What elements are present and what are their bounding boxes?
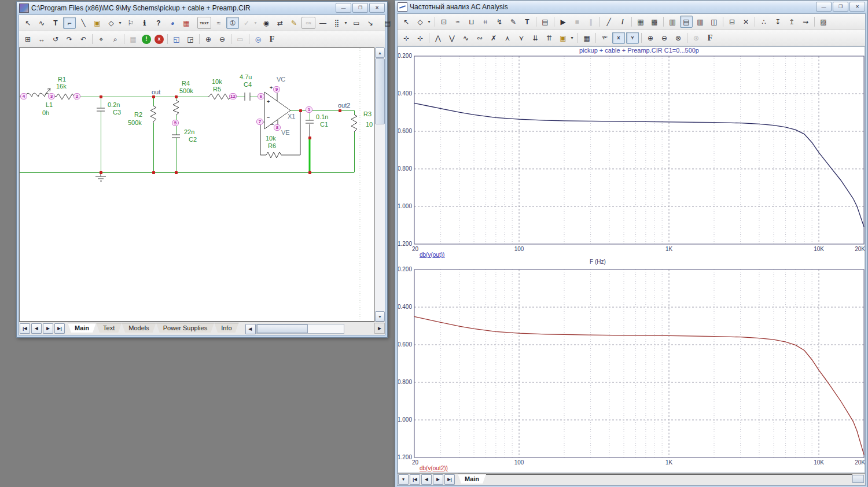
tab-main[interactable]: Main [68,323,96,333]
data-points-icon[interactable]: ∴ [757,16,770,28]
stripes-columns-icon[interactable]: ◫ [708,16,720,28]
schematic-window-titlebar[interactable]: C:\Program Files (x86)\MC 9\My Schems\pi… [17,2,387,14]
stripes-horizontal-icon[interactable]: ▤ [680,16,693,28]
text-display-toggle[interactable]: TEXT [197,17,211,29]
check-errors-icon[interactable]: ! [142,35,151,44]
maximize-button[interactable]: ❐ [352,3,368,13]
global-high-icon[interactable]: ⋏ [501,32,514,44]
scroll-right-button[interactable]: ▶ [375,324,384,333]
measure-vertical-icon[interactable]: ⌗ [479,16,492,28]
waveform-buffer-dropdown-icon[interactable]: ▾ [569,32,575,44]
close-button[interactable]: ✕ [849,2,865,12]
region-color-icon[interactable]: ▦ [180,17,193,29]
horizontal-scrollbar-thumb[interactable] [852,475,864,483]
p-key-icon[interactable]: 'P' [598,32,611,44]
last-page-button[interactable]: ▶| [54,323,65,334]
slider-display-icon[interactable]: ✎ [288,17,300,29]
grid-2x2-icon[interactable]: ▦ [634,16,647,28]
global-low-icon[interactable]: ⋎ [515,32,528,44]
box-select-icon[interactable]: ⊞ [21,33,34,45]
remove-object-icon[interactable]: ✕ [740,16,752,28]
next-page-button[interactable]: ▶ [43,323,53,334]
f-key-icon[interactable]: F [266,33,278,45]
cursor-x-icon[interactable]: X [612,32,625,44]
diagonal-wire-tool-icon[interactable]: ╲ [77,17,90,29]
last-page-button[interactable]: ▶| [444,474,455,485]
zoom-out-icon[interactable]: ⊖ [658,32,671,44]
properties-icon[interactable]: ▤ [539,16,551,28]
maximize-button[interactable]: ❐ [833,2,848,12]
help-mode-icon[interactable]: ? [152,17,165,29]
tab-models[interactable]: Models [122,323,156,333]
scroll-up-button[interactable]: ▲ [375,47,385,58]
horizontal-scrollbar[interactable]: ◀ [245,323,344,335]
numeric-output-icon[interactable]: ▦ [580,32,593,44]
close-button[interactable]: ✕ [369,3,385,13]
cross-hair-cursor-icon[interactable]: ↘ [364,17,377,29]
shape-tool-dropdown-icon[interactable]: ▾ [426,16,432,28]
node-number-display-icon[interactable]: ① [226,17,239,29]
prev-page-button[interactable]: ◀ [421,474,432,485]
tangent-line-icon[interactable]: ╱ [602,16,615,28]
split-horizontal-icon[interactable]: ⊟ [726,16,738,28]
waveform-buffer-icon[interactable]: ▣ [557,32,569,44]
cursor-mode-icon[interactable]: ≈ [451,16,464,28]
color-pattern-icon[interactable]: ▨ [817,16,830,28]
tab-info[interactable]: Info [214,323,238,333]
tab-text[interactable]: Text [96,323,122,333]
zoom-in-icon[interactable]: ⊕ [202,33,215,45]
shape-tool-icon[interactable]: ◇ [105,17,117,29]
waveform-legend[interactable]: db(v(out)) [420,252,444,258]
vertical-cursor-icon[interactable]: ⊹ [414,32,426,44]
rise-to-top-icon[interactable]: ↥ [785,16,798,28]
zoom-window-icon[interactable]: ⊗ [672,32,685,44]
vertical-scrollbar-thumb[interactable] [375,58,385,124]
run-icon[interactable]: ▶ [557,16,569,28]
wire-mode-icon[interactable]: ∿ [35,17,48,29]
text-tool-icon[interactable]: T [49,17,62,29]
schematic-canvas[interactable]: R116kL10h0.2nC3outR2500kR4500k22nC210kR5… [19,47,374,322]
bottom-cursor-icon[interactable]: ⇊ [529,32,542,44]
shape-tool-icon[interactable]: ◇ [414,16,426,28]
stripes-dense-icon[interactable]: ▥ [694,16,707,28]
zoom-in-icon[interactable]: ⊕ [644,32,657,44]
copy-front-window-icon[interactable]: ◱ [170,33,183,45]
select-tool-icon[interactable]: ↖ [21,17,34,29]
border-display-icon[interactable]: ▭ [350,17,363,29]
move-icon[interactable]: ↔ [35,33,48,45]
analysis-window-titlebar[interactable]: Частотный анализ AC Analysis —❐✕ [395,1,867,13]
minimize-button[interactable]: — [816,2,832,12]
cursor-y-icon[interactable]: Y [626,32,639,44]
web-info-icon[interactable]: ◕ [166,17,179,29]
scroll-down-button[interactable]: ▼ [375,311,385,322]
tab-main[interactable]: Main [458,474,486,484]
select-tool-icon[interactable]: ↖ [400,16,413,28]
clear-errors-icon[interactable]: x [155,35,164,44]
tab-power-supplies[interactable]: Power Supplies [156,323,214,333]
next-high-icon[interactable]: ∿ [459,32,472,44]
attributes-dialog-icon[interactable]: ▤ [381,17,394,29]
flag-tool-icon[interactable]: ⚐ [124,17,137,29]
measure-horizontal-icon[interactable]: ⊔ [465,16,478,28]
slope-icon[interactable]: ⇝ [799,16,812,28]
next-valley-icon[interactable]: ⋁ [446,32,458,44]
plot-region[interactable]: -0.200-0.400-0.600-0.800-1.000-1.2002010… [398,46,865,473]
flip-vertical-icon[interactable]: ↶ [77,33,90,45]
waveform-legend[interactable]: db(v(out2)) [420,465,448,471]
prev-page-button[interactable]: ◀ [31,323,42,334]
wire-display-icon[interactable]: — [317,17,329,29]
first-page-button[interactable]: |◀ [20,323,30,334]
page-dropdown-button[interactable]: ▾ [398,474,409,485]
minimize-button[interactable]: — [336,3,351,13]
next-page-button[interactable]: ▶ [433,474,443,485]
f-key-icon[interactable]: F [704,32,716,44]
pin-connection-display-icon[interactable]: ⇄ [274,17,286,29]
text-tool-icon[interactable]: T [521,16,534,28]
grid-display-icon[interactable]: ⣿ [330,17,343,29]
drop-to-bottom-icon[interactable]: ↧ [771,16,784,28]
next-low-icon[interactable]: ∾ [473,32,486,44]
current-display-icon[interactable]: ◉ [260,17,273,29]
find-component-icon[interactable]: ⌖ [95,33,108,45]
node-voltage-display-icon[interactable]: ≈ [212,17,225,29]
flip-horizontal-icon[interactable]: ↷ [63,33,76,45]
